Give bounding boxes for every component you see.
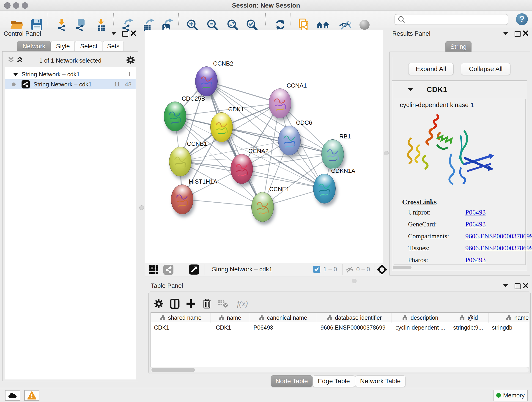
network-node-CCNB2[interactable]: [195, 66, 218, 96]
network-node-label: CCNB2: [213, 60, 233, 67]
control-panel-close-icon[interactable]: [131, 31, 136, 36]
show-columns-icon[interactable]: [168, 297, 181, 310]
table-panel-collapse-icon[interactable]: [503, 284, 508, 287]
column-header-shared-name[interactable]: shared name: [151, 313, 211, 323]
network-node-label: CCNA2: [248, 148, 268, 155]
network-node-CDC25B[interactable]: [164, 102, 186, 131]
network-node-HIST1H1A[interactable]: [171, 185, 193, 214]
birds-eye-crosshair-icon[interactable]: [377, 264, 387, 274]
tab-style[interactable]: Style: [51, 41, 75, 51]
expand-all-button[interactable]: Expand All: [408, 63, 454, 75]
tab-network[interactable]: Network: [17, 41, 51, 51]
column-header-namespace[interactable]: namespace: [488, 313, 529, 323]
grid-view-icon[interactable]: [149, 265, 158, 274]
memory-button[interactable]: Memory: [493, 390, 528, 401]
column-header-database-identifier[interactable]: database identifier: [317, 313, 392, 323]
warning-status-button[interactable]: [24, 390, 39, 401]
tab-sets[interactable]: Sets: [103, 41, 124, 51]
save-session-icon[interactable]: [30, 18, 44, 32]
network-node-CDK1[interactable]: [210, 112, 233, 142]
results-panel-close-icon[interactable]: [523, 31, 528, 36]
protein-card-header[interactable]: CDK1: [392, 81, 527, 98]
export-image-icon[interactable]: [160, 18, 174, 32]
bar-separator: [205, 264, 205, 275]
scrollbar-thumb[interactable]: [152, 368, 195, 372]
cell-canonical-name[interactable]: P06493: [249, 324, 317, 331]
cell-description[interactable]: cyclin-dependent ...: [392, 324, 449, 331]
table-horizontal-scrollbar[interactable]: [151, 367, 529, 372]
column-header-description[interactable]: description: [392, 313, 449, 323]
network-canvas[interactable]: CCNB2CCNA1CDC25BCDK1CDC6RB1CCNB1CCNA2CDK…: [145, 30, 383, 263]
network-node-CCNA1[interactable]: [269, 89, 291, 118]
table-panel-float-icon[interactable]: [515, 283, 520, 289]
cell-shared-name[interactable]: CDK1: [151, 324, 211, 331]
left-splitter-handle[interactable]: [139, 205, 144, 210]
results-panel-float-icon[interactable]: [515, 31, 520, 37]
toolbar-separator: [291, 13, 291, 26]
home-destroy-network-icon[interactable]: [316, 18, 330, 32]
collection-expand-icon[interactable]: [13, 73, 18, 76]
crosslink-tissues[interactable]: 9606.ENSP00000378699: [465, 244, 532, 252]
network-node-CDKN1A[interactable]: [313, 174, 336, 204]
import-database-icon[interactable]: [73, 18, 88, 32]
network-node-CCNB1[interactable]: [169, 147, 191, 177]
clone-view-icon[interactable]: [297, 18, 311, 32]
column-header-canonical-name[interactable]: canonical name: [249, 313, 317, 323]
table-row[interactable]: CDK1 CDK1 P06493 9606.ENSP00000378699 cy…: [151, 323, 529, 332]
search-input[interactable]: [407, 16, 508, 23]
cloud-status-button[interactable]: [5, 390, 20, 401]
crosslink-pharos[interactable]: P06493: [465, 256, 486, 264]
zoom-selected-icon[interactable]: [245, 18, 259, 32]
results-panel-collapse-icon[interactable]: [503, 32, 508, 35]
cell-namespace[interactable]: stringdb: [488, 324, 529, 331]
crosslink-compartments[interactable]: 9606.ENSP00000378699: [465, 232, 532, 240]
cell-id[interactable]: stringdb:9...: [449, 324, 488, 331]
add-column-icon[interactable]: [184, 297, 197, 310]
right-splitter-handle[interactable]: [384, 151, 389, 155]
hidden-counts: 0 – 0: [356, 266, 370, 273]
collapse-all-button[interactable]: Collapse All: [461, 63, 510, 75]
protein-collapse-icon[interactable]: [408, 88, 413, 91]
network-node-CCNE1[interactable]: [251, 192, 274, 222]
zoom-out-icon[interactable]: [205, 18, 220, 32]
hide-panels-eye-slash-icon[interactable]: [338, 18, 352, 32]
share-view-icon[interactable]: [163, 265, 173, 275]
show-panel-orb-icon[interactable]: [357, 18, 372, 32]
cell-name[interactable]: CDK1: [211, 324, 249, 331]
export-table-icon[interactable]: [141, 18, 155, 32]
export-network-icon[interactable]: [120, 18, 134, 32]
zoom-fit-icon[interactable]: [225, 18, 240, 32]
open-session-icon[interactable]: [9, 18, 23, 32]
refresh-icon[interactable]: [273, 18, 287, 32]
control-panel-float-icon[interactable]: [122, 31, 128, 37]
import-network-icon[interactable]: [55, 18, 69, 32]
cell-database-identifier[interactable]: 9606.ENSP00000378699: [317, 324, 392, 331]
open-in-window-icon[interactable]: [189, 264, 199, 274]
table-panel-close-icon[interactable]: [523, 283, 528, 288]
column-header-name[interactable]: name: [211, 313, 249, 323]
network-node-CDC6[interactable]: [278, 126, 301, 155]
help-icon[interactable]: ?: [516, 13, 528, 25]
network-row-selected[interactable]: String Network – cdk1 11 48: [5, 79, 136, 89]
import-table-icon[interactable]: [94, 18, 109, 32]
selected-nodes-checkbox[interactable]: [313, 266, 320, 273]
network-node-RB1[interactable]: [322, 139, 344, 169]
crosslink-uniprot[interactable]: P06493: [465, 209, 486, 216]
network-node-CCNA2[interactable]: [230, 154, 253, 184]
crosslink-genecard[interactable]: P06493: [465, 220, 486, 228]
tab-node-table[interactable]: Node Table: [271, 375, 312, 387]
search-box[interactable]: [394, 14, 508, 25]
column-header-id[interactable]: @id: [449, 313, 488, 323]
network-collection-row[interactable]: String Network – cdk1 1: [5, 69, 136, 79]
control-panel-collapse-icon[interactable]: [111, 32, 116, 35]
table-gear-icon[interactable]: [152, 297, 165, 310]
network-panel-gear-icon[interactable]: [126, 56, 135, 64]
tab-edge-table[interactable]: Edge Table: [312, 375, 355, 387]
tab-string[interactable]: String: [445, 41, 472, 52]
tab-select[interactable]: Select: [75, 41, 102, 51]
results-scrollbar-thumb[interactable]: [393, 266, 412, 269]
bottom-splitter-handle[interactable]: [352, 279, 356, 283]
tab-network-table[interactable]: Network Table: [355, 375, 405, 387]
delete-column-trash-icon[interactable]: [201, 297, 213, 310]
zoom-in-icon[interactable]: [185, 18, 199, 32]
